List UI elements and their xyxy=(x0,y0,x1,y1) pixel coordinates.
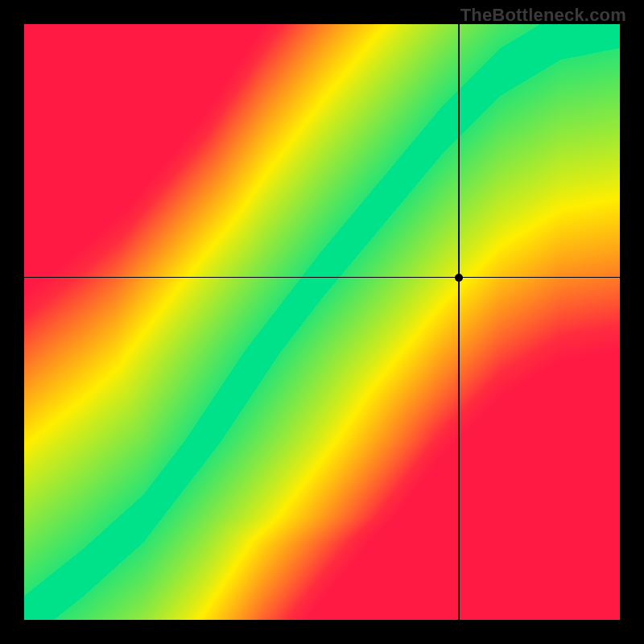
heatmap-canvas xyxy=(24,24,620,620)
marker-point xyxy=(455,274,463,282)
watermark-label: TheBottleneck.com xyxy=(460,5,626,26)
chart-frame: TheBottleneck.com xyxy=(0,0,644,644)
plot-area xyxy=(24,24,620,620)
crosshair-vertical xyxy=(458,24,460,620)
crosshair-horizontal xyxy=(24,277,620,279)
